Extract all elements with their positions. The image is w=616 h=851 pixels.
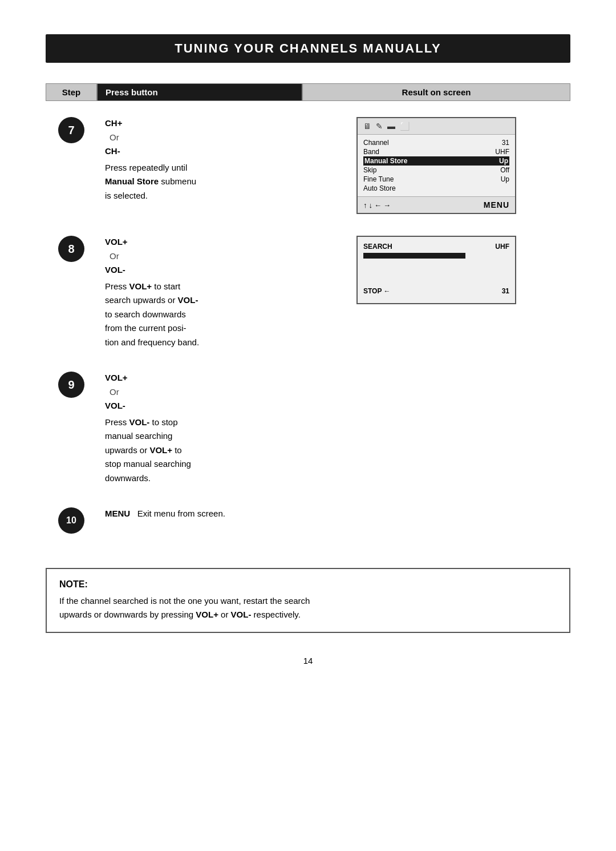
step9-btn1: VOL+: [105, 372, 294, 385]
step9-instr2: manual searching: [105, 430, 294, 443]
step-number-cell-7: 7: [46, 115, 97, 216]
step7-btn1: CH+: [105, 117, 294, 130]
note-suffix: respectively.: [251, 610, 300, 619]
tv-menu-screen: 🖥 ✎ ▬ ⬜ Channel 31 Band UHF: [356, 117, 516, 214]
step-circle-10: 10: [58, 507, 84, 534]
step-row-9: 9 VOL+ Or VOL- Press VOL- to stop manual…: [46, 369, 570, 488]
arrow-left: ←: [374, 201, 382, 209]
tv-row-val-skip: Off: [500, 166, 509, 174]
tv-arrows: ↑ ↓ ← →: [363, 201, 391, 209]
step-result-cell-10: [302, 505, 570, 534]
step9-instr1: Press VOL- to stop: [105, 416, 294, 429]
step9-or: Or: [110, 386, 294, 399]
tv-menu-row-band: Band UHF: [363, 147, 509, 156]
step-press-cell-9: VOL+ Or VOL- Press VOL- to stop manual s…: [97, 369, 302, 488]
search-bar: [363, 253, 465, 259]
page-number: 14: [46, 656, 570, 666]
step9-instr5: downwards.: [105, 472, 294, 485]
step8-instr2: search upwards or VOL-: [105, 294, 294, 307]
step9-btn2: VOL-: [105, 400, 294, 413]
step8-instr5: tion and frequency band.: [105, 336, 294, 349]
stop-label: STOP ←: [363, 287, 391, 295]
step-result-cell-9: [302, 369, 570, 488]
step-circle-8: 8: [58, 236, 84, 262]
tv-row-label-band: Band: [363, 148, 379, 156]
note-text: If the channel searched is not the one y…: [59, 594, 557, 622]
step8-btn2: VOL-: [105, 264, 294, 277]
note-title: NOTE:: [59, 579, 557, 590]
step7-instr3: is selected.: [105, 189, 294, 203]
step7-instr2: Manual Store submenu: [105, 175, 294, 188]
stop-row: STOP ← 31: [363, 287, 509, 295]
tv-row-val-manualstore: Up: [499, 157, 508, 165]
step-number-7: 7: [68, 124, 74, 137]
title-bar: TUNING YOUR CHANNELS MANUALLY: [46, 34, 570, 63]
note-vol-minus: VOL-: [231, 610, 252, 619]
tv-icon-2: ✎: [376, 122, 383, 131]
tv-menu-row-finetune: Fine Tune Up: [363, 175, 509, 184]
search-label-row: SEARCH UHF: [363, 243, 509, 251]
stop-value: 31: [502, 287, 509, 295]
note-line2: upwards or downwards by pressing VOL+ or…: [59, 608, 557, 622]
tv-row-label-manualstore: Manual Store: [364, 157, 407, 165]
tv-menu-row-skip: Skip Off: [363, 166, 509, 175]
tv-menu-row-channel: Channel 31: [363, 138, 509, 147]
search-footer: STOP ← 31: [358, 283, 515, 297]
step-number-cell-9: 9: [46, 369, 97, 488]
tv-menu-body: Channel 31 Band UHF Manual Store Up Sk: [358, 135, 515, 196]
step7-instr1: Press repeatedly until: [105, 162, 294, 175]
step-number-10: 10: [66, 515, 76, 526]
step-number-cell-8: 8: [46, 233, 97, 352]
note-vol-plus: VOL+: [196, 610, 218, 619]
page-title: TUNING YOUR CHANNELS MANUALLY: [57, 41, 559, 56]
search-screen: SEARCH UHF STOP ← 31: [356, 236, 516, 304]
press-column-header: Press button: [97, 83, 302, 101]
step-column-header: Step: [46, 83, 97, 101]
page: TUNING YOUR CHANNELS MANUALLY Step Press…: [0, 0, 616, 851]
tv-menu-label: MENU: [484, 200, 509, 209]
step-number-cell-10: 10: [46, 505, 97, 534]
step9-instr3: upwards or VOL+ to: [105, 444, 294, 457]
result-column-header: Result on screen: [302, 83, 570, 101]
step-result-cell-7: 🖥 ✎ ▬ ⬜ Channel 31 Band UHF: [302, 115, 570, 216]
step-number-9: 9: [68, 378, 74, 392]
step-row-8: 8 VOL+ Or VOL- Press VOL+ to start searc…: [46, 233, 570, 352]
tv-row-val-band: UHF: [495, 148, 509, 156]
steps-container: 7 CH+ Or CH- Press repeatedly until Manu…: [46, 115, 570, 551]
search-label: SEARCH: [363, 243, 392, 251]
step-number-8: 8: [68, 243, 74, 256]
step8-or: Or: [110, 250, 294, 263]
tv-row-label-finetune: Fine Tune: [363, 175, 394, 183]
tv-row-val-finetune: Up: [501, 175, 509, 183]
step7-btn2: CH-: [105, 145, 294, 158]
step10-btn1: MENU Exit menu from screen.: [105, 507, 294, 521]
tv-menu-row-manualstore: Manual Store Up: [363, 156, 509, 166]
step-press-cell-10: MENU Exit menu from screen.: [97, 505, 302, 534]
tv-menu-footer: ↑ ↓ ← → MENU: [358, 196, 515, 213]
step-press-cell-8: VOL+ Or VOL- Press VOL+ to start search …: [97, 233, 302, 352]
arrow-up: ↑: [363, 201, 367, 209]
step8-instr4: from the current posi-: [105, 322, 294, 335]
step8-btn1: VOL+: [105, 236, 294, 249]
step-row-10: 10 MENU Exit menu from screen.: [46, 505, 570, 534]
tv-row-val-channel: 31: [502, 139, 509, 147]
tv-menu-row-autostore: Auto Store: [363, 184, 509, 193]
search-body: SEARCH UHF: [358, 237, 515, 283]
tv-icon-4: ⬜: [400, 122, 410, 131]
tv-icon-1: 🖥: [363, 122, 371, 131]
tv-row-label-autostore: Auto Store: [363, 184, 396, 192]
step8-instr3: to search downwards: [105, 308, 294, 321]
step-circle-7: 7: [58, 117, 84, 143]
search-band: UHF: [495, 243, 509, 251]
step9-instr4: stop manual searching: [105, 458, 294, 471]
step-circle-9: 9: [58, 372, 84, 398]
note-box: NOTE: If the channel searched is not the…: [46, 568, 570, 633]
step-press-cell-7: CH+ Or CH- Press repeatedly until Manual…: [97, 115, 302, 216]
arrow-down: ↓: [369, 201, 373, 209]
note-line1: If the channel searched is not the one y…: [59, 594, 557, 608]
column-headers: Step Press button Result on screen: [46, 83, 570, 101]
tv-row-label-skip: Skip: [363, 166, 376, 174]
note-or: or: [218, 610, 231, 619]
step7-or: Or: [110, 131, 294, 144]
tv-icons-row: 🖥 ✎ ▬ ⬜: [358, 118, 515, 135]
